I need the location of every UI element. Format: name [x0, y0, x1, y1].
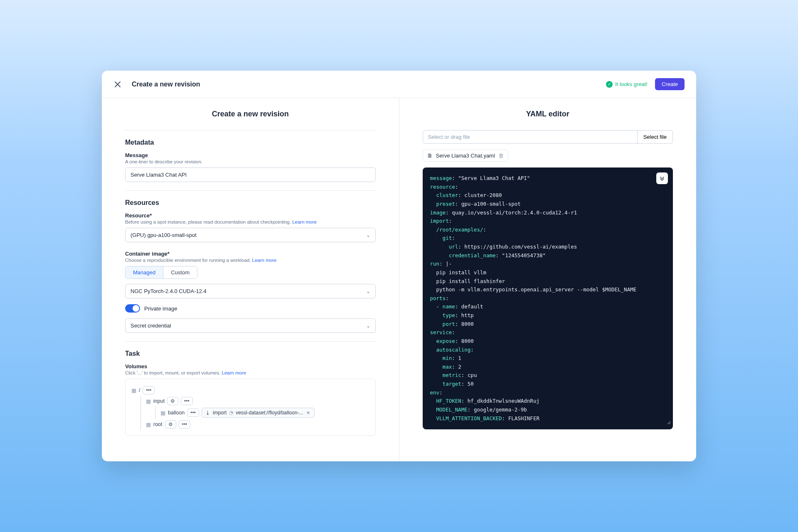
private-image-label: Private image: [144, 305, 177, 312]
status-text: It looks great!: [615, 81, 648, 87]
download-icon: ⭳: [205, 410, 210, 416]
tab-custom[interactable]: Custom: [163, 266, 197, 278]
resize-handle-icon[interactable]: ◢: [667, 417, 670, 427]
metadata-heading: Metadata: [125, 139, 376, 146]
close-icon[interactable]: [113, 80, 122, 89]
resource-label: Resource*: [125, 212, 376, 219]
volumes-note: Click '...' to import, mount, or export …: [125, 370, 220, 375]
container-image-select[interactable]: NGC PyTorch-2.4.0 CUDA-12.4 ⌄: [125, 284, 376, 298]
modal-title: Create a new revision: [132, 81, 200, 88]
yaml-panel: YAML editor Select or drag file Select f…: [399, 98, 697, 461]
tree-menu-button[interactable]: •••: [181, 397, 193, 405]
folder-icon: ▦: [131, 387, 136, 394]
tree-folder-balloon: ▦ balloon ••• ⭳ import ◔ vessl-dataset:/…: [160, 406, 369, 419]
message-input[interactable]: Serve Llama3 Chat API: [125, 167, 376, 182]
learn-more-link[interactable]: Learn more: [252, 258, 277, 263]
expand-editor-icon[interactable]: [656, 172, 668, 184]
gear-icon[interactable]: ⚙: [167, 397, 178, 405]
message-label: Message: [125, 152, 376, 158]
validation-status: ✓ It looks great!: [606, 81, 648, 88]
tree-folder-root: ▦ root ⚙ •••: [146, 419, 369, 430]
select-file-button[interactable]: Select file: [638, 130, 673, 144]
check-circle-icon: ✓: [606, 81, 613, 88]
private-image-toggle[interactable]: [125, 304, 140, 313]
file-icon: 🗎: [427, 153, 433, 159]
form-panel-title: Create a new revision: [125, 110, 376, 118]
resource-note: Before using a spot instance, please rea…: [125, 219, 291, 224]
volumes-label: Volumes: [125, 363, 376, 369]
tree-menu-button[interactable]: •••: [179, 420, 191, 429]
import-chip: ⭳ import ◔ vessl-dataset://floyd/balloon…: [202, 408, 315, 418]
tree-root-row: ▦ / •••: [131, 385, 369, 396]
image-source-tabs: Managed Custom: [125, 266, 197, 279]
file-drop-input[interactable]: Select or drag file: [423, 130, 638, 144]
gear-icon[interactable]: ⚙: [165, 420, 176, 429]
volumes-tree: ▦ / ••• ▦ input ⚙ ••• ▦: [125, 379, 376, 436]
titlebar: Create a new revision ✓ It looks great! …: [102, 71, 696, 98]
resources-heading: Resources: [125, 199, 376, 207]
tree-menu-button[interactable]: •••: [187, 409, 199, 417]
learn-more-link[interactable]: Learn more: [222, 370, 246, 375]
task-heading: Task: [125, 350, 376, 357]
folder-icon: ▦: [146, 398, 151, 404]
chevron-down-icon: ⌄: [366, 288, 370, 294]
message-note: A one-liner to describe your revision.: [125, 159, 376, 164]
create-button[interactable]: Create: [655, 78, 685, 90]
chevron-down-icon: ⌄: [366, 323, 370, 329]
chevron-down-icon: ⌄: [366, 232, 370, 238]
delete-file-icon[interactable]: 🗑: [498, 153, 504, 159]
clock-icon: ◔: [229, 410, 233, 416]
yaml-file-chip: 🗎 Serve Llama3 Chat.yaml 🗑: [423, 150, 508, 162]
yaml-panel-title: YAML editor: [423, 110, 673, 118]
folder-icon: ▦: [160, 410, 165, 416]
container-image-label: Container image*: [125, 251, 376, 257]
tree-menu-button[interactable]: •••: [143, 386, 155, 394]
folder-icon: ▦: [146, 421, 151, 428]
remove-import-icon[interactable]: ×: [305, 409, 310, 416]
tree-folder-input: ▦ input ⚙ •••: [146, 396, 369, 406]
yaml-editor[interactable]: message: "Serve Llama3 Chat API" resourc…: [423, 167, 673, 429]
tab-managed[interactable]: Managed: [126, 266, 163, 278]
modal-window: Create a new revision ✓ It looks great! …: [102, 71, 696, 461]
form-panel: Create a new revision Metadata Message A…: [102, 98, 399, 461]
learn-more-link[interactable]: Learn more: [292, 219, 317, 224]
resource-select[interactable]: (GPU) gpu-a100-small-spot ⌄: [125, 228, 376, 242]
container-image-note: Choose a reproducible environment for ru…: [125, 258, 251, 263]
credential-select[interactable]: Secret credential ⌄: [125, 318, 376, 333]
file-picker: Select or drag file Select file: [423, 130, 673, 144]
